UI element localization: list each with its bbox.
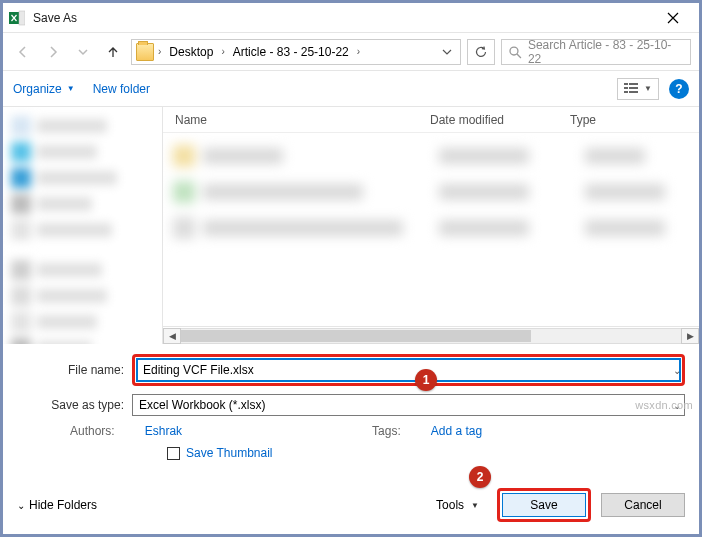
svg-rect-5 xyxy=(624,91,628,93)
scroll-left-button[interactable]: ◀ xyxy=(163,328,181,344)
svg-rect-7 xyxy=(629,87,638,89)
dialog-footer: ⌄ Hide Folders Tools Save Cancel xyxy=(3,488,699,534)
svg-point-2 xyxy=(510,47,518,55)
forward-button[interactable] xyxy=(41,40,65,64)
save-button[interactable]: Save xyxy=(502,493,586,517)
up-button[interactable] xyxy=(101,40,125,64)
scroll-thumb[interactable] xyxy=(181,330,531,342)
organize-menu[interactable]: Organize xyxy=(13,82,75,96)
scroll-right-button[interactable]: ▶ xyxy=(681,328,699,344)
cancel-button[interactable]: Cancel xyxy=(601,493,685,517)
recent-button[interactable] xyxy=(71,40,95,64)
navigation-sidebar[interactable] xyxy=(3,107,163,344)
new-folder-button[interactable]: New folder xyxy=(93,82,150,96)
file-name-input[interactable] xyxy=(136,358,681,382)
toolbar: Organize New folder ▼ ? xyxy=(3,71,699,107)
chevron-right-icon[interactable]: › xyxy=(156,46,163,57)
column-headers: Name Date modified Type xyxy=(163,107,699,133)
authors-value[interactable]: Eshrak xyxy=(145,424,182,438)
annotation-badge-1: 1 xyxy=(415,369,437,391)
view-options-button[interactable]: ▼ xyxy=(617,78,659,100)
file-list-pane: Name Date modified Type ◀ ▶ xyxy=(163,107,699,344)
svg-rect-8 xyxy=(629,91,638,93)
nav-bar: › Desktop › Article - 83 - 25-10-22 › Se… xyxy=(3,33,699,71)
svg-rect-4 xyxy=(624,87,628,89)
annotation-badge-2: 2 xyxy=(469,466,491,488)
svg-rect-3 xyxy=(624,83,628,85)
save-as-type-select[interactable] xyxy=(132,394,685,416)
file-name-label: File name: xyxy=(17,363,132,377)
breadcrumb-article[interactable]: Article - 83 - 25-10-22 xyxy=(229,43,353,61)
column-header-type[interactable]: Type xyxy=(570,113,687,127)
folder-icon xyxy=(136,43,154,61)
horizontal-scrollbar[interactable]: ◀ ▶ xyxy=(163,326,699,344)
address-bar[interactable]: › Desktop › Article - 83 - 25-10-22 › xyxy=(131,39,461,65)
tags-value[interactable]: Add a tag xyxy=(431,424,482,438)
scroll-track[interactable] xyxy=(181,328,681,344)
authors-label: Authors: xyxy=(70,424,115,438)
save-as-type-label: Save as type: xyxy=(17,398,132,412)
chevron-down-icon: ▼ xyxy=(644,84,652,93)
save-thumbnail-label[interactable]: Save Thumbnail xyxy=(186,446,273,460)
title-bar: Save As xyxy=(3,3,699,33)
hide-folders-button[interactable]: ⌄ Hide Folders xyxy=(17,498,97,512)
hide-folders-label: Hide Folders xyxy=(29,498,97,512)
chevron-down-icon: ⌄ xyxy=(17,500,25,511)
chevron-right-icon[interactable]: › xyxy=(355,46,362,57)
tools-menu[interactable]: Tools xyxy=(436,498,479,512)
window-title: Save As xyxy=(33,11,653,25)
view-list-icon xyxy=(624,83,638,95)
search-placeholder: Search Article - 83 - 25-10-22 xyxy=(528,38,684,66)
column-header-date[interactable]: Date modified xyxy=(430,113,570,127)
refresh-button[interactable] xyxy=(467,39,495,65)
close-button[interactable] xyxy=(653,4,693,32)
excel-icon xyxy=(9,10,25,26)
search-icon xyxy=(508,45,522,59)
svg-rect-6 xyxy=(629,83,638,85)
file-list[interactable] xyxy=(163,133,699,326)
svg-rect-1 xyxy=(19,11,25,25)
save-thumbnail-checkbox[interactable] xyxy=(167,447,180,460)
form-area: File name: ⌄ Save as type: ⌄ Authors: Es… xyxy=(3,344,699,488)
watermark: wsxdn.com xyxy=(635,399,693,411)
search-input[interactable]: Search Article - 83 - 25-10-22 xyxy=(501,39,691,65)
save-as-dialog: Save As › Desktop › Article - 83 - 25-10… xyxy=(0,0,702,537)
address-dropdown[interactable] xyxy=(438,43,456,61)
breadcrumb-desktop[interactable]: Desktop xyxy=(165,43,217,61)
column-header-name[interactable]: Name xyxy=(175,113,430,127)
main-pane: Name Date modified Type ◀ ▶ xyxy=(3,107,699,344)
save-button-label: Save xyxy=(530,498,557,512)
tools-label: Tools xyxy=(436,498,464,512)
chevron-right-icon[interactable]: › xyxy=(219,46,226,57)
tags-label: Tags: xyxy=(372,424,401,438)
back-button[interactable] xyxy=(11,40,35,64)
help-button[interactable]: ? xyxy=(669,79,689,99)
cancel-button-label: Cancel xyxy=(624,498,661,512)
